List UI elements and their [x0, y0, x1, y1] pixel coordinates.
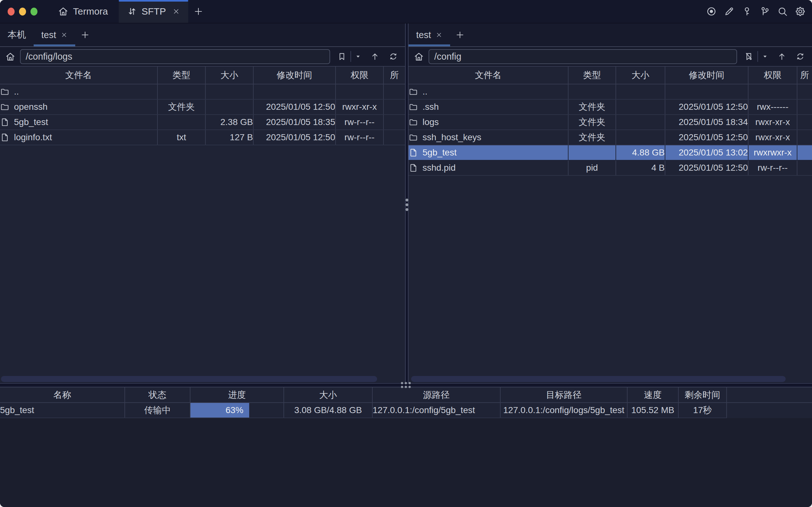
file-size: 127 B	[205, 130, 253, 145]
file-permissions	[335, 84, 383, 99]
home-icon[interactable]	[414, 51, 424, 62]
branch-icon[interactable]	[759, 5, 771, 17]
column-header-修改时间[interactable]: 修改时间	[253, 66, 335, 84]
column-header-修改时间[interactable]: 修改时间	[665, 66, 748, 84]
gear-icon[interactable]	[794, 5, 806, 17]
minimize-window-button[interactable]	[19, 8, 26, 15]
column-header-类型[interactable]: 类型	[568, 66, 616, 84]
file-row[interactable]: loginfo.txttxt127 B2025/01/05 12:50rw-r-…	[0, 130, 405, 145]
tab-sftp[interactable]: SFTP	[119, 0, 188, 23]
right-pane-tabbar: test	[409, 23, 812, 47]
pane-tab-本机[interactable]: 本机	[0, 23, 34, 46]
file-owner	[383, 130, 405, 145]
file-row[interactable]: ..	[409, 84, 812, 99]
transfer-row[interactable]: 5gb_test传输中63%3.08 GB/4.88 GB127.0.0.1:/…	[0, 403, 812, 418]
new-pane-tab-button[interactable]	[450, 23, 470, 46]
file-mtime: 2025/01/05 12:50	[253, 99, 335, 115]
folder-icon	[409, 87, 418, 97]
edit-icon[interactable]	[723, 5, 735, 17]
file-permissions: rw-r--r--	[748, 160, 797, 175]
file-row[interactable]: logs文件夹2025/01/05 18:34rwxr-xr-x	[409, 115, 812, 130]
splitter-grip[interactable]	[405, 199, 408, 211]
transfer-column-源路径[interactable]: 源路径	[372, 387, 500, 403]
file-owner	[797, 145, 812, 160]
file-owner	[797, 99, 812, 115]
home-icon	[58, 6, 68, 17]
refresh-icon[interactable]	[386, 52, 400, 61]
column-header-大小[interactable]: 大小	[205, 66, 253, 84]
pane-tab-test[interactable]: test	[409, 23, 450, 46]
file-owner	[797, 84, 812, 99]
transfer-column-进度[interactable]: 进度	[190, 387, 284, 403]
scrollbar-thumb[interactable]	[411, 376, 786, 382]
file-row[interactable]: sshd.pidpid4 B2025/01/05 12:50rw-r--r--	[409, 160, 812, 175]
tab-home[interactable]: Termora	[47, 0, 119, 23]
file-row[interactable]: ssh_host_keys文件夹2025/01/05 12:50rwxr-xr-…	[409, 130, 812, 145]
right-table-header: 文件名类型大小修改时间权限所	[409, 66, 812, 84]
column-header-文件名[interactable]: 文件名	[0, 66, 157, 84]
transfer-column-速度[interactable]: 速度	[627, 387, 679, 403]
file-owner	[383, 84, 405, 99]
toolbar-separator	[757, 51, 758, 62]
tab-close-icon[interactable]	[436, 32, 442, 38]
file-mtime: 2025/01/05 12:50	[665, 160, 748, 175]
zoom-window-button[interactable]	[31, 8, 38, 15]
column-header-权限[interactable]: 权限	[748, 66, 797, 84]
bookmark-icon[interactable]	[335, 52, 349, 61]
file-mtime: 2025/01/05 13:02	[665, 145, 748, 160]
new-main-tab-button[interactable]	[188, 0, 209, 23]
pane-tab-test[interactable]: test	[34, 23, 75, 46]
refresh-icon[interactable]	[793, 52, 808, 61]
column-header-文件名[interactable]: 文件名	[409, 66, 568, 84]
bookmark-slash-icon[interactable]	[742, 52, 756, 61]
transfer-column-名称[interactable]: 名称	[0, 387, 125, 403]
file-row[interactable]: 5gb_test2.38 GB2025/01/05 18:35rw-r--r--	[0, 115, 405, 130]
pane-splitter[interactable]	[405, 23, 409, 383]
file-row[interactable]: 5gb_test4.88 GB2025/01/05 13:02rwxrwxr-x	[409, 145, 812, 160]
pane-tab-label: 本机	[8, 29, 26, 41]
chevron-down-icon[interactable]	[353, 53, 364, 60]
search-icon[interactable]	[776, 5, 789, 17]
tab-sftp-close-icon[interactable]	[172, 8, 180, 15]
file-permissions: rwx------	[748, 99, 797, 115]
transfer-column-empty[interactable]	[726, 387, 812, 403]
column-header-所[interactable]: 所	[383, 66, 405, 84]
up-directory-icon[interactable]	[368, 52, 382, 61]
bottom-filler	[0, 418, 812, 507]
transfer-filler	[726, 403, 812, 418]
right-path-input[interactable]	[429, 49, 737, 64]
left-path-input[interactable]	[20, 49, 330, 64]
file-icon	[409, 148, 418, 157]
right-pane: test	[409, 23, 812, 383]
scrollbar-thumb[interactable]	[1, 376, 377, 382]
file-row[interactable]: ..	[0, 84, 405, 99]
home-icon[interactable]	[5, 51, 15, 62]
transfer-column-目标路径[interactable]: 目标路径	[500, 387, 627, 403]
chevron-down-icon[interactable]	[759, 53, 771, 60]
column-header-大小[interactable]: 大小	[616, 66, 665, 84]
file-permissions	[748, 84, 797, 99]
file-icon	[0, 117, 9, 127]
record-icon[interactable]	[705, 5, 717, 17]
file-name: ..	[14, 87, 19, 97]
new-pane-tab-button[interactable]	[75, 23, 95, 46]
column-header-类型[interactable]: 类型	[157, 66, 205, 84]
file-row[interactable]: .ssh文件夹2025/01/05 12:50rwx------	[409, 99, 812, 115]
file-name: loginfo.txt	[14, 132, 52, 143]
file-size	[205, 99, 253, 115]
splitter-grip[interactable]	[401, 382, 411, 388]
transfer-column-剩余时间[interactable]: 剩余时间	[679, 387, 726, 403]
up-directory-icon[interactable]	[774, 52, 789, 61]
transfer-column-状态[interactable]: 状态	[125, 387, 190, 403]
close-window-button[interactable]	[8, 8, 15, 15]
left-table-body: ..openssh文件夹2025/01/05 12:50rwxr-xr-x5gb…	[0, 84, 405, 145]
file-row[interactable]: openssh文件夹2025/01/05 12:50rwxr-xr-x	[0, 99, 405, 115]
column-header-所[interactable]: 所	[797, 66, 812, 84]
transfer-splitter[interactable]	[0, 383, 812, 387]
transfer-progress: 63%	[190, 403, 284, 418]
transfer-column-大小[interactable]: 大小	[284, 387, 372, 403]
right-table-body: ...ssh文件夹2025/01/05 12:50rwx------logs文件…	[409, 84, 812, 175]
column-header-权限[interactable]: 权限	[335, 66, 383, 84]
tab-close-icon[interactable]	[61, 32, 68, 38]
key-icon[interactable]	[741, 5, 753, 17]
